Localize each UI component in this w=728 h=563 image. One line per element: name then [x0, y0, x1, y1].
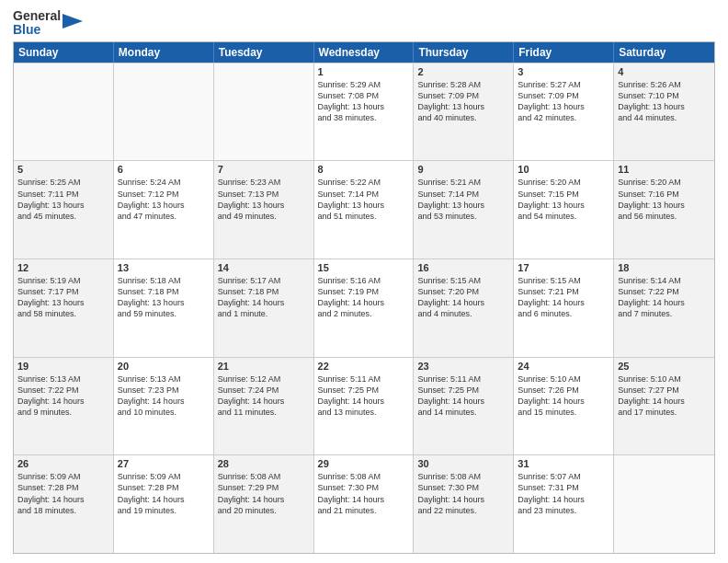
cell-text-line: Sunrise: 5:16 AM [318, 275, 410, 286]
day-number: 1 [318, 66, 410, 77]
header-cell-monday: Monday [114, 42, 214, 63]
cell-text-line: Daylight: 13 hours [318, 101, 410, 112]
cell-text-line: Sunset: 7:09 PM [518, 90, 609, 101]
header-cell-thursday: Thursday [414, 42, 514, 63]
cell-text-line: and 18 minutes. [17, 505, 109, 516]
cell-text-line: Sunset: 7:08 PM [318, 90, 410, 101]
day-number: 18 [618, 262, 711, 273]
cell-text-line: Sunrise: 5:27 AM [518, 79, 609, 90]
day-cell-15: 15Sunrise: 5:16 AMSunset: 7:19 PMDayligh… [314, 259, 415, 357]
cell-text-line: and 19 minutes. [118, 505, 210, 516]
cell-text-line: and 7 minutes. [618, 308, 711, 319]
cell-text-line: Daylight: 14 hours [118, 494, 210, 505]
cell-text-line: and 58 minutes. [17, 308, 109, 319]
day-number: 9 [417, 164, 509, 175]
cell-text-line: and 15 minutes. [518, 407, 609, 418]
day-cell-5: 5Sunrise: 5:25 AMSunset: 7:11 PMDaylight… [14, 161, 114, 259]
cell-text-line: and 59 minutes. [118, 308, 210, 319]
cell-text-line: Sunset: 7:14 PM [318, 189, 410, 200]
day-cell-12: 12Sunrise: 5:19 AMSunset: 7:17 PMDayligh… [14, 259, 114, 357]
day-cell-3: 3Sunrise: 5:27 AMSunset: 7:09 PMDaylight… [514, 63, 614, 161]
day-number: 3 [518, 66, 609, 77]
empty-cell [14, 63, 114, 161]
cell-text-line: and 20 minutes. [218, 505, 310, 516]
day-cell-17: 17Sunrise: 5:15 AMSunset: 7:21 PMDayligh… [514, 259, 614, 357]
day-number: 30 [417, 458, 509, 469]
day-number: 23 [417, 361, 509, 372]
calendar-row-2: 12Sunrise: 5:19 AMSunset: 7:17 PMDayligh… [14, 259, 714, 357]
cell-text-line: Sunset: 7:14 PM [417, 189, 509, 200]
day-number: 8 [318, 164, 410, 175]
cell-text-line: Sunset: 7:16 PM [618, 189, 711, 200]
day-cell-24: 24Sunrise: 5:10 AMSunset: 7:26 PMDayligh… [514, 358, 614, 455]
header-cell-wednesday: Wednesday [314, 42, 415, 63]
cell-text-line: and 47 minutes. [118, 211, 210, 222]
day-cell-11: 11Sunrise: 5:20 AMSunset: 7:16 PMDayligh… [614, 161, 714, 259]
day-number: 6 [118, 164, 210, 175]
cell-text-line: Daylight: 13 hours [17, 297, 109, 308]
day-cell-22: 22Sunrise: 5:11 AMSunset: 7:25 PMDayligh… [314, 358, 415, 455]
cell-text-line: Sunrise: 5:22 AM [318, 177, 410, 188]
cell-text-line: Sunset: 7:27 PM [618, 385, 711, 396]
cell-text-line: Sunrise: 5:14 AM [618, 275, 711, 286]
cell-text-line: Sunrise: 5:20 AM [518, 177, 609, 188]
svg-marker-0 [63, 14, 83, 29]
calendar: SundayMondayTuesdayWednesdayThursdayFrid… [13, 41, 715, 554]
day-cell-19: 19Sunrise: 5:13 AMSunset: 7:22 PMDayligh… [14, 358, 114, 455]
day-cell-31: 31Sunrise: 5:07 AMSunset: 7:31 PMDayligh… [514, 455, 614, 553]
header-cell-friday: Friday [514, 42, 614, 63]
cell-text-line: Daylight: 13 hours [318, 200, 410, 211]
cell-text-line: and 17 minutes. [618, 407, 711, 418]
cell-text-line: and 45 minutes. [17, 211, 109, 222]
cell-text-line: Sunset: 7:28 PM [118, 482, 210, 493]
cell-text-line: and 56 minutes. [618, 211, 711, 222]
cell-text-line: Daylight: 13 hours [518, 101, 609, 112]
cell-text-line: Sunset: 7:26 PM [518, 385, 609, 396]
cell-text-line: Sunset: 7:13 PM [218, 189, 310, 200]
day-cell-25: 25Sunrise: 5:10 AMSunset: 7:27 PMDayligh… [614, 358, 714, 455]
calendar-body: 1Sunrise: 5:29 AMSunset: 7:08 PMDaylight… [14, 63, 714, 553]
day-cell-8: 8Sunrise: 5:22 AMSunset: 7:14 PMDaylight… [314, 161, 415, 259]
cell-text-line: and 49 minutes. [218, 211, 310, 222]
day-cell-27: 27Sunrise: 5:09 AMSunset: 7:28 PMDayligh… [114, 455, 214, 553]
cell-text-line: and 38 minutes. [318, 112, 410, 123]
day-number: 25 [618, 361, 711, 372]
day-number: 2 [417, 66, 509, 77]
cell-text-line: Daylight: 13 hours [417, 200, 509, 211]
cell-text-line: Sunrise: 5:23 AM [218, 177, 310, 188]
calendar-row-4: 26Sunrise: 5:09 AMSunset: 7:28 PMDayligh… [14, 454, 714, 553]
cell-text-line: Daylight: 14 hours [618, 297, 711, 308]
day-number: 11 [618, 164, 711, 175]
day-number: 16 [417, 262, 509, 273]
cell-text-line: Daylight: 14 hours [118, 396, 210, 407]
cell-text-line: Sunset: 7:10 PM [618, 90, 711, 101]
day-number: 27 [118, 458, 210, 469]
cell-text-line: Sunrise: 5:18 AM [118, 275, 210, 286]
cell-text-line: Sunrise: 5:19 AM [17, 275, 109, 286]
cell-text-line: Sunrise: 5:12 AM [218, 373, 310, 385]
cell-text-line: Daylight: 14 hours [218, 494, 310, 505]
cell-text-line: and 10 minutes. [118, 407, 210, 418]
day-cell-2: 2Sunrise: 5:28 AMSunset: 7:09 PMDaylight… [414, 63, 514, 161]
day-number: 15 [318, 262, 410, 273]
cell-text-line: Sunset: 7:30 PM [318, 482, 410, 493]
cell-text-line: Sunrise: 5:15 AM [518, 275, 609, 286]
cell-text-line: Daylight: 13 hours [118, 297, 210, 308]
calendar-row-1: 5Sunrise: 5:25 AMSunset: 7:11 PMDaylight… [14, 160, 714, 259]
empty-cell [114, 63, 214, 161]
cell-text-line: Daylight: 14 hours [618, 396, 711, 407]
day-number: 28 [218, 458, 310, 469]
day-cell-7: 7Sunrise: 5:23 AMSunset: 7:13 PMDaylight… [214, 161, 314, 259]
cell-text-line: and 22 minutes. [417, 505, 509, 516]
day-cell-18: 18Sunrise: 5:14 AMSunset: 7:22 PMDayligh… [614, 259, 714, 357]
day-number: 26 [17, 458, 109, 469]
day-cell-20: 20Sunrise: 5:13 AMSunset: 7:23 PMDayligh… [114, 358, 214, 455]
header-cell-saturday: Saturday [614, 42, 714, 63]
cell-text-line: Daylight: 14 hours [318, 396, 410, 407]
cell-text-line: Sunset: 7:09 PM [417, 90, 509, 101]
cell-text-line: Daylight: 14 hours [218, 297, 310, 308]
cell-text-line: Sunrise: 5:25 AM [17, 177, 109, 188]
day-number: 10 [518, 164, 609, 175]
day-number: 13 [118, 262, 210, 273]
cell-text-line: and 13 minutes. [318, 407, 410, 418]
